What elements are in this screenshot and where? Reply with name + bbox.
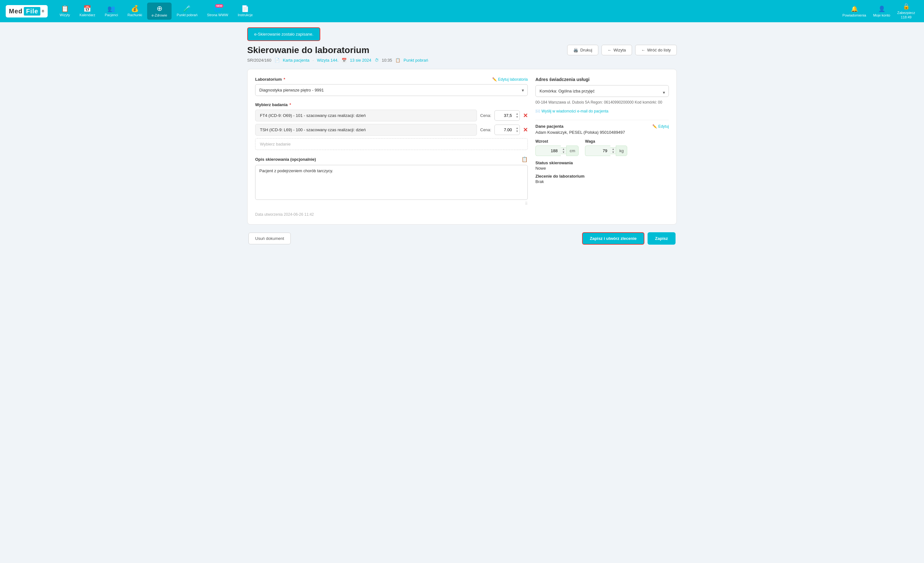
test-item-2: TSH (ICD-9: L69) - 100 - szacowany czas … — [255, 124, 528, 136]
nav-item-zabezpiecz[interactable]: 🔒 Zabezpiecz118:49 — [894, 0, 918, 22]
waga-group: Waga ▲ ▼ kg — [585, 139, 627, 156]
lab-required: * — [284, 77, 285, 82]
breadcrumb-punkt: Punkt pobrań — [404, 58, 428, 63]
spin-up-1[interactable]: ▲ — [516, 113, 519, 115]
tests-required: * — [290, 102, 291, 107]
delete-document-button[interactable]: Usuń dokument — [249, 233, 291, 244]
breadcrumb-wizyta[interactable]: Wizyta 144. — [317, 58, 338, 63]
service-select-wrap: Komórka: Ogólna izba przyjęć ▾ — [536, 85, 669, 99]
logo-registered: ® — [42, 9, 44, 13]
desc-label: Opis skierowania (opcjonalnie) — [255, 157, 316, 162]
clock-icon: ⏱ — [375, 58, 379, 63]
tests-label-row: Wybierz badania * — [255, 102, 528, 107]
lock-icon: 🔒 — [903, 3, 910, 10]
logo-file: File — [24, 7, 40, 16]
ezdrowie-icon: ⊕ — [157, 5, 162, 12]
breadcrumb: SR/2024/160 📄 Karta pacjenta · Wizyta 14… — [247, 58, 677, 63]
copy-icon[interactable]: 📋 — [521, 156, 528, 162]
waga-spin[interactable]: ▲ ▼ — [610, 147, 616, 154]
service-select[interactable]: Komórka: Ogólna izba przyjęć — [536, 85, 669, 97]
test-item-1: FT4 (ICD-9: O69) - 101 - szacowany czas … — [255, 110, 528, 122]
status-skierowania-label: Status skierowania — [536, 161, 669, 165]
nav-item-ezdrowie[interactable]: ⊕ e-Zdrowie — [147, 3, 172, 20]
wizyta-button[interactable]: ← Wizyta — [602, 45, 632, 55]
bottom-actions: Usuń dokument Zapisz i utwórz zlecenie Z… — [247, 232, 677, 245]
waga-up[interactable]: ▲ — [612, 148, 615, 151]
nav-item-pacjenci[interactable]: 👥 Pacjenci — [100, 3, 123, 20]
laboratory-group: Laboratorium * ✏️ Edytuj laboratoria Dia… — [255, 77, 528, 96]
bell-icon: 🔔 — [851, 5, 858, 12]
nav-item-instrukcje[interactable]: 📄 Instrukcje — [233, 3, 257, 20]
user-icon: 👤 — [878, 5, 885, 12]
page-title: Skierowanie do laboratorium — [247, 45, 369, 55]
page-header: Skierowanie do laboratorium 🖨️ Drukuj ← … — [247, 45, 677, 55]
navbar: Med File ® 📋 Wizyty 📅 Kalendarz 👥 Pacjen… — [0, 0, 924, 22]
instrukcje-icon: 📄 — [241, 5, 249, 12]
waga-input[interactable] — [585, 146, 610, 156]
email-link[interactable]: ✉️ Wyślij w wiadomości e-mail do pacjent… — [536, 109, 669, 113]
wzrost-input[interactable] — [536, 146, 561, 156]
save-order-button[interactable]: Zapisz i utwórz zlecenie — [582, 232, 644, 245]
pacjenci-icon: 👥 — [107, 5, 116, 12]
zabezpiecz-label: Zabezpiecz118:49 — [897, 11, 915, 19]
delete-test-2[interactable]: ✕ — [523, 126, 528, 134]
status-skierowania-value: Nowe — [536, 166, 669, 171]
delete-test-1[interactable]: ✕ — [523, 112, 528, 119]
resize-handle: ⠿ — [255, 201, 528, 206]
moje-konto-label: Moje konto — [873, 14, 890, 17]
status-skierowania-row: Status skierowania Nowe — [536, 161, 669, 171]
service-address: 00-184 Warszawa ul. Dubois 5A Regon: 061… — [536, 99, 669, 105]
save-buttons: Zapisz i utwórz zlecenie Zapisz — [582, 232, 675, 245]
wzrost-spin[interactable]: ▲ ▼ — [561, 147, 566, 154]
test-name-1: FT4 (ICD-9: O69) - 101 - szacowany czas … — [255, 110, 477, 122]
laboratory-select-wrap: Diagnostyka pierwsze piętro - 9991 ▾ — [255, 84, 528, 96]
waga-down[interactable]: ▼ — [612, 151, 615, 154]
nav-item-moje-konto[interactable]: 👤 Moje konto — [870, 3, 894, 20]
back-button[interactable]: ← Wróć do listy — [635, 45, 677, 55]
punkt-pobran-icon: 🧪 — [183, 5, 191, 12]
toast-notification: e-Skierowanie zostało zapisane. — [247, 27, 320, 41]
price-spin-2[interactable]: ▲ ▼ — [516, 127, 519, 133]
desc-textarea[interactable]: Pacjent z podejrzeniem chorób tarczycy. — [255, 165, 528, 200]
price-spin-1[interactable]: ▲ ▼ — [516, 113, 519, 119]
edit-patient-icon: ✏️ — [652, 124, 657, 129]
arrow-left-icon-wizyta: ← — [608, 48, 612, 53]
edit-laboratory-link[interactable]: ✏️ Edytuj laboratoria — [492, 77, 528, 82]
nav-item-kalendarz[interactable]: 📅 Kalendarz — [75, 3, 100, 20]
nav-item-powiadomienia[interactable]: 🔔 Powiadomienia — [839, 3, 869, 20]
test-placeholder[interactable]: Wybierz badanie — [255, 138, 528, 150]
edit-pen-icon: ✏️ — [492, 77, 497, 82]
service-title: Adres świadczenia usługi — [536, 77, 669, 82]
spin-up-2[interactable]: ▲ — [516, 127, 519, 130]
print-button[interactable]: 🖨️ Drukuj — [567, 45, 598, 55]
edit-patient-link[interactable]: ✏️ Edytuj — [652, 124, 669, 129]
left-column: Laboratorium * ✏️ Edytuj laboratoria Dia… — [255, 77, 528, 217]
nav-item-strona-www[interactable]: 🌐 NEW Strona WWW — [203, 3, 233, 20]
laboratory-select[interactable]: Diagnostyka pierwsze piętro - 9991 — [255, 84, 528, 96]
test-name-2: TSH (ICD-9: L69) - 100 - szacowany czas … — [255, 124, 477, 136]
document-icon: 📄 — [274, 58, 280, 63]
spin-down-2[interactable]: ▼ — [516, 130, 519, 133]
price-label-2: Cena: — [480, 128, 491, 132]
wzrost-down[interactable]: ▼ — [562, 151, 565, 154]
nav-item-punkt-pobran[interactable]: 🧪 Punkt pobrań — [172, 3, 202, 20]
new-badge: NEW — [215, 4, 224, 8]
save-button[interactable]: Zapisz — [648, 232, 675, 245]
waga-label: Waga — [585, 139, 627, 144]
service-group: Adres świadczenia usługi Komórka: Ogólna… — [536, 77, 669, 113]
spin-down-1[interactable]: ▼ — [516, 116, 519, 119]
breadcrumb-karta[interactable]: Karta pacjenta — [283, 58, 309, 63]
print-icon: 🖨️ — [573, 48, 578, 53]
wzrost-up[interactable]: ▲ — [562, 148, 565, 151]
nav-label-kalendarz: Kalendarz — [80, 13, 95, 17]
back-button-label: Wróć do listy — [647, 48, 671, 53]
creation-date: Data utworzenia 2024-06-26 11:42 — [255, 212, 528, 217]
laboratory-label: Laboratorium * — [255, 77, 285, 82]
nav-item-rachunki[interactable]: 💰 Rachunki — [123, 3, 147, 20]
logo[interactable]: Med File ® — [6, 5, 48, 18]
divider-1 — [536, 120, 669, 120]
breadcrumb-ref: SR/2024/160 — [247, 58, 272, 63]
nav-item-wizyty[interactable]: 📋 Wizyty — [55, 3, 74, 20]
zlecenie-row: Zlecenie do laboratorium Brak — [536, 174, 669, 184]
header-actions: 🖨️ Drukuj ← Wizyta ← Wróć do listy — [567, 45, 677, 55]
